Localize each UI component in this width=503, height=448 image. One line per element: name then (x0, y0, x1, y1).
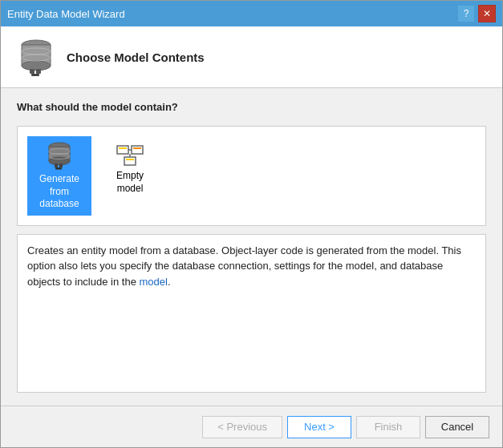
generate-db-icon (47, 141, 72, 170)
svg-rect-6 (36, 69, 41, 74)
help-button[interactable]: ? (457, 5, 475, 22)
svg-rect-15 (55, 167, 62, 170)
svg-rect-19 (133, 147, 141, 149)
svg-rect-16 (117, 146, 128, 154)
title-bar-left: Entity Data Model Wizard (7, 8, 125, 20)
svg-point-2 (22, 61, 51, 71)
generate-from-db-label: Generate from database (34, 173, 85, 211)
svg-rect-17 (119, 147, 127, 149)
empty-model-label: Empty model (104, 170, 156, 195)
section-label: What should the model contain? (17, 101, 486, 113)
option-generate-from-db[interactable]: Generate from database (27, 136, 91, 216)
close-button[interactable]: ✕ (478, 5, 496, 22)
database-header-icon (18, 37, 54, 77)
description-box: Creates an entity model from a database.… (17, 234, 486, 393)
main-section: What should the model contain? Generate … (1, 88, 502, 406)
description-text: Creates an entity model from a database.… (27, 244, 461, 288)
next-button[interactable]: Next > (287, 416, 351, 438)
options-box: Generate from database Empty mo (17, 126, 486, 226)
header-section: Choose Model Contents (1, 26, 502, 88)
footer: < Previous Next > Finish Cancel (1, 406, 502, 447)
svg-rect-7 (31, 74, 39, 76)
svg-rect-22 (126, 159, 134, 160)
window-title: Entity Data Model Wizard (7, 8, 125, 20)
empty-model-icon (116, 141, 144, 167)
wizard-window: Entity Data Model Wizard ? ✕ (0, 0, 503, 448)
svg-rect-21 (124, 157, 136, 165)
svg-rect-13 (55, 163, 58, 167)
header-title: Choose Model Contents (67, 50, 205, 64)
header-icon (17, 38, 55, 76)
option-empty-model[interactable]: Empty model (98, 136, 162, 200)
previous-button[interactable]: < Previous (202, 416, 282, 438)
svg-rect-18 (132, 146, 143, 154)
svg-rect-14 (59, 163, 63, 167)
title-bar: Entity Data Model Wizard ? ✕ (1, 1, 502, 26)
cancel-button[interactable]: Cancel (425, 416, 489, 438)
finish-button[interactable]: Finish (356, 416, 420, 438)
svg-rect-5 (30, 69, 34, 74)
title-buttons: ? ✕ (457, 5, 496, 22)
